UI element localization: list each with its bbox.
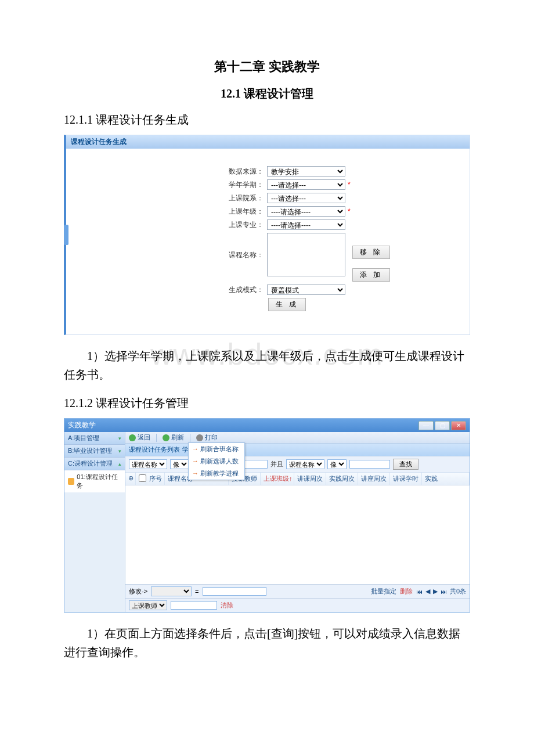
sidebar-drag-handle[interactable]	[64, 225, 68, 245]
col-practice-hour[interactable]: 实践	[422, 473, 470, 485]
col-practice-week[interactable]: 实践周次	[326, 473, 358, 485]
label-dept: 上课院系：	[223, 193, 264, 203]
paragraph-1: 1）选择学年学期，上课院系以及上课年级后，点击生成便可生成课程设计任务书。	[64, 347, 470, 384]
label-course: 课程名称：	[223, 250, 264, 260]
arrow-icon: →	[192, 470, 199, 477]
pager: ⏮ ◀ ▶ ⏭ 共0条	[416, 587, 466, 596]
sidebar-item-c[interactable]: C:课程设计管理▴	[64, 458, 125, 470]
list-panel-header: 课程设计任务列表 学年	[125, 444, 470, 456]
grid-header: ⊕ 序号 课程名称 授课教师 上课班级↑ 讲课周次 实践周次 讲座周次 讲课学时…	[125, 473, 470, 485]
col-class[interactable]: 上课班级↑	[261, 473, 294, 485]
teacher-value[interactable]	[171, 601, 217, 610]
select-term[interactable]: ---请选择---	[267, 179, 345, 190]
listbox-course[interactable]	[267, 233, 345, 276]
window-titlebar: 实践教学 — ▢ ✕	[64, 419, 470, 432]
sidebar-subitem-label: 01:课程设计任务	[77, 473, 121, 490]
back-icon	[129, 434, 136, 441]
select-grade[interactable]: ----请选择----	[267, 206, 345, 217]
arrow-icon: →	[192, 458, 199, 465]
generate-button[interactable]: 生 成	[268, 298, 306, 311]
select-dept[interactable]: ---请选择---	[267, 193, 345, 203]
filter-op-2[interactable]: 像	[327, 459, 347, 469]
toolbar-divider	[156, 434, 157, 442]
page-next-icon[interactable]: ▶	[433, 588, 438, 595]
sidebar-item-b[interactable]: B:毕业设计管理▾	[64, 445, 125, 458]
close-button[interactable]: ✕	[451, 421, 466, 430]
filter-op-1[interactable]: 像	[170, 459, 189, 469]
footer-teacher-row: 上课教师 清除	[125, 598, 470, 612]
screenshot-task-generate: 课程设计任务生成 数据来源： 教学安排 学年学期： ---请选择--- * 上课…	[64, 135, 470, 335]
back-button[interactable]: 返回	[129, 433, 150, 442]
eq-label: =	[195, 588, 199, 595]
label-mode: 生成模式：	[223, 285, 264, 295]
grid-checkbox-all[interactable]	[136, 473, 146, 485]
minimize-button[interactable]: —	[418, 421, 434, 430]
sidebar-item-a[interactable]: A:项目管理▾	[64, 432, 125, 445]
select-mode[interactable]: 覆盖模式	[267, 285, 345, 295]
required-star: *	[348, 181, 351, 189]
clear-link[interactable]: 清除	[221, 601, 233, 610]
col-seq[interactable]: 序号	[146, 473, 165, 485]
required-star: *	[348, 207, 351, 215]
col-lecture-hour[interactable]: 讲课学时	[390, 473, 422, 485]
chevron-down-icon: ▾	[118, 435, 121, 441]
chapter-title: 第十二章 实践教学	[46, 58, 488, 75]
refresh-dropdown: →刷新合班名称 →刷新选课人数 →刷新教学进程	[188, 442, 245, 480]
label-term: 学年学期：	[223, 180, 264, 190]
page-last-icon[interactable]: ⏭	[441, 588, 447, 595]
filter-field-1[interactable]: 课程名称	[129, 459, 167, 469]
find-button[interactable]: 查找	[393, 459, 418, 470]
label-source: 数据来源：	[223, 167, 264, 177]
delete-link[interactable]: 删除	[400, 587, 413, 596]
page-count: 共0条	[450, 587, 466, 596]
refresh-icon	[163, 434, 169, 441]
dropdown-item-progress[interactable]: →刷新教学进程	[189, 467, 244, 480]
dropdown-item-classname[interactable]: →刷新合班名称	[189, 443, 244, 455]
print-button[interactable]: 打印	[196, 433, 218, 442]
batch-assign-link[interactable]: 批量指定	[371, 587, 396, 596]
chevron-down-icon: ▾	[118, 448, 121, 454]
screenshot-task-manage: 实践教学 — ▢ ✕ A:项目管理▾ B:毕业设计管理▾ C:课程设计管理▴ 0…	[64, 418, 470, 613]
modify-label: 修改->	[129, 587, 147, 596]
label-major: 上课专业：	[223, 220, 264, 230]
chevron-up-icon: ▴	[118, 461, 121, 467]
refresh-button[interactable]: 刷新	[163, 433, 184, 442]
filter-and-label: 并且	[270, 460, 283, 469]
teacher-field[interactable]: 上课教师	[129, 600, 167, 610]
paragraph-2: 1）在页面上方面选择条件后，点击[查询]按钮，可以对成绩录入信息数据进行查询操作…	[64, 624, 470, 661]
select-major[interactable]: ----请选择----	[267, 219, 345, 230]
col-seminar-week[interactable]: 讲座周次	[358, 473, 390, 485]
grid-body	[125, 485, 470, 584]
filter-bar: 课程名称 像 并且 课程名称 像 查找	[125, 456, 470, 473]
grid-expand-icon[interactable]: ⊕	[125, 473, 136, 485]
col-lecture-week[interactable]: 讲课周次	[294, 473, 326, 485]
add-button[interactable]: 添 加	[352, 268, 390, 282]
toolbar-divider	[190, 434, 190, 442]
subsection-2-title: 12.1.2 课程设计任务管理	[64, 395, 488, 411]
filter-value-2[interactable]	[349, 460, 390, 469]
label-grade: 上课年级：	[223, 207, 264, 217]
page-first-icon[interactable]: ⏮	[416, 588, 423, 595]
folder-icon	[68, 478, 74, 485]
panel-title-prefix: 课程设计任务列表	[129, 445, 180, 454]
section-title: 12.1 课程设计管理	[46, 86, 488, 102]
subsection-1-title: 12.1.1 课程设计任务生成	[64, 112, 488, 128]
dropdown-item-enroll[interactable]: →刷新选课人数	[189, 455, 244, 467]
toolbar: 返回 刷新 打印 →刷新合班名称 →刷新选课人数 →刷新教学进程	[125, 432, 470, 444]
print-icon	[196, 434, 203, 441]
select-source[interactable]: 教学安排	[267, 166, 345, 177]
remove-button[interactable]: 移 除	[352, 246, 390, 259]
maximize-button[interactable]: ▢	[435, 421, 450, 430]
filter-field-2[interactable]: 课程名称	[286, 459, 324, 469]
sidebar-subitem-c1[interactable]: 01:课程设计任务	[64, 470, 125, 492]
modify-field[interactable]	[151, 586, 192, 596]
panel-title: 课程设计任务生成	[66, 135, 470, 149]
sidebar: A:项目管理▾ B:毕业设计管理▾ C:课程设计管理▴ 01:课程设计任务	[64, 432, 125, 612]
modify-value[interactable]	[203, 587, 266, 596]
window-title: 实践教学	[68, 420, 96, 430]
footer-modify-row: 修改-> = 批量指定 删除 ⏮ ◀ ▶ ⏭ 共0条	[125, 584, 470, 598]
page-prev-icon[interactable]: ◀	[425, 588, 430, 595]
arrow-icon: →	[192, 445, 199, 452]
